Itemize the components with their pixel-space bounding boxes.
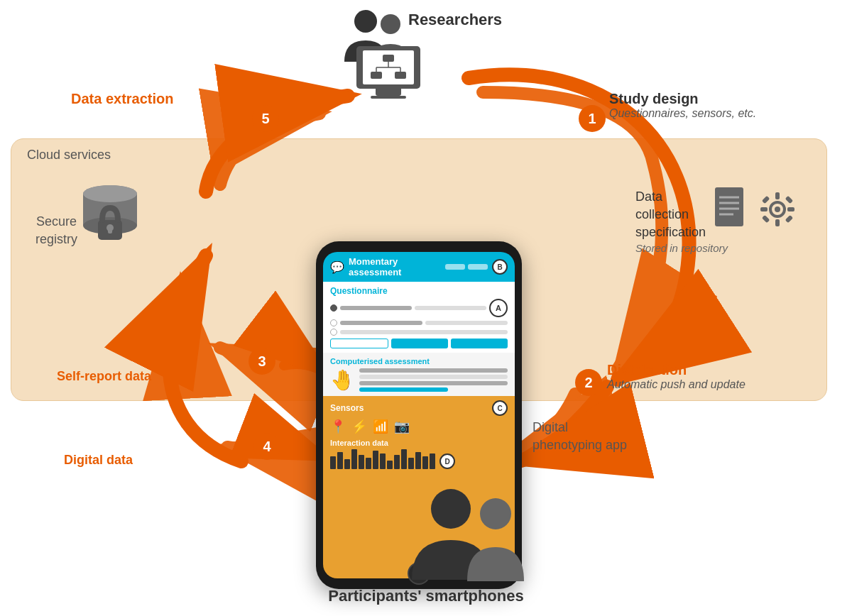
- step-5-circle: 5: [252, 105, 279, 132]
- svg-rect-3: [383, 55, 394, 62]
- step-2-circle: 2: [575, 369, 602, 396]
- q-line-3: [340, 330, 508, 334]
- step-1-label: Study design Questionnaires, sensors, et…: [609, 91, 756, 120]
- cloud-label: Cloud services: [27, 148, 111, 163]
- step-2-label: Distribution Automatic push and update: [607, 362, 746, 391]
- participants-label: Participants' smartphones: [328, 587, 523, 605]
- svg-rect-20: [787, 207, 794, 211]
- researchers-monitor: [356, 46, 420, 99]
- questionnaire-rows: A: [330, 299, 508, 336]
- step-3-circle: 3: [248, 348, 275, 375]
- q-badge-A: A: [489, 299, 508, 317]
- q-btn-submit: [451, 339, 508, 348]
- ca-line-2: [359, 375, 508, 379]
- participants-people-icon: [390, 489, 532, 581]
- ca-line-4: [359, 387, 448, 392]
- svg-rect-17: [775, 192, 780, 199]
- svg-rect-18: [775, 219, 780, 226]
- sensors-badge: C: [492, 400, 508, 416]
- location-sensor-icon: 📍: [330, 419, 346, 434]
- svg-point-1: [354, 10, 377, 33]
- svg-rect-23: [762, 214, 770, 222]
- ca-content: 🤚: [330, 368, 508, 392]
- researchers-label: Researchers: [408, 11, 502, 29]
- interaction-bars: D: [330, 449, 508, 469]
- q-radio-1: [330, 304, 337, 312]
- ca-lines: [359, 368, 508, 392]
- svg-point-33: [480, 498, 511, 529]
- q-radio-2: [330, 319, 337, 326]
- heart-sensor-icon: ⚡: [351, 419, 367, 434]
- step-1-circle: 1: [579, 105, 606, 132]
- q-row-1: A: [330, 299, 508, 317]
- svg-point-16: [775, 207, 780, 212]
- svg-rect-19: [760, 207, 768, 211]
- interaction-title: Interaction data: [330, 439, 508, 447]
- ma-bar-1: [445, 264, 465, 270]
- participants-area: [390, 489, 532, 584]
- questionnaire-section: Questionnaire A: [323, 282, 515, 353]
- ca-section: Computerised assessment 🤚: [323, 353, 515, 396]
- q-btn-next: [391, 339, 448, 348]
- svg-rect-22: [785, 195, 793, 203]
- ma-progress-bars: [445, 264, 488, 270]
- step-4-circle: 4: [253, 433, 280, 460]
- svg-rect-24: [785, 214, 793, 222]
- chat-icon: 💬: [330, 260, 344, 274]
- q-line-1: [340, 306, 412, 310]
- camera-sensor-icon: 📷: [394, 419, 410, 434]
- questionnaire-title: Questionnaire: [330, 286, 508, 296]
- interaction-badge: D: [439, 453, 455, 469]
- svg-rect-4: [371, 72, 382, 79]
- ma-header: 💬 Momentary assessment B: [323, 252, 515, 282]
- q-row-2: [330, 319, 508, 326]
- q-radio-3: [330, 329, 337, 336]
- ca-line-1: [359, 368, 508, 373]
- ca-avatar-icon: 🤚: [330, 368, 355, 392]
- ma-bar-2: [468, 264, 488, 270]
- q-row-3: [330, 329, 508, 336]
- sensors-icons: 📍 ⚡ 📶 📷: [330, 419, 508, 434]
- secure-registry-area: [78, 181, 142, 255]
- svg-rect-31: [108, 228, 112, 233]
- svg-point-2: [381, 14, 400, 34]
- sensors-header: Sensors C: [330, 400, 508, 416]
- ca-line-3: [359, 381, 508, 385]
- ma-title: Momentary assessment: [349, 256, 438, 277]
- svg-point-32: [431, 489, 471, 529]
- org-chart-icon: [367, 53, 410, 82]
- step-4-label: Digital data: [64, 453, 133, 468]
- step-5-label: Data extraction: [71, 91, 174, 107]
- database-lock-icon: [78, 181, 142, 252]
- svg-rect-21: [762, 195, 770, 203]
- q-line-1b: [415, 306, 486, 310]
- wifi-sensor-icon: 📶: [373, 419, 388, 434]
- svg-point-28: [83, 185, 137, 202]
- q-line-2: [340, 321, 422, 325]
- q-line-2b: [425, 321, 508, 325]
- ca-title: Computerised assessment: [330, 357, 508, 365]
- ma-badge: B: [492, 259, 508, 275]
- secure-registry-label: Secure registry: [36, 213, 77, 248]
- step-3-label: Self-report data: [57, 369, 151, 384]
- svg-rect-5: [395, 72, 406, 79]
- data-collection-label: Data collection specification Stored in …: [635, 188, 728, 254]
- gear-icon: [760, 192, 795, 227]
- diagram-container: Cloud services: [0, 0, 852, 616]
- q-btn-skip: [330, 339, 388, 348]
- phenotyping-label: Digital phenotyping app: [532, 419, 627, 454]
- sensors-title: Sensors: [330, 403, 492, 413]
- q-button-row: [330, 339, 508, 348]
